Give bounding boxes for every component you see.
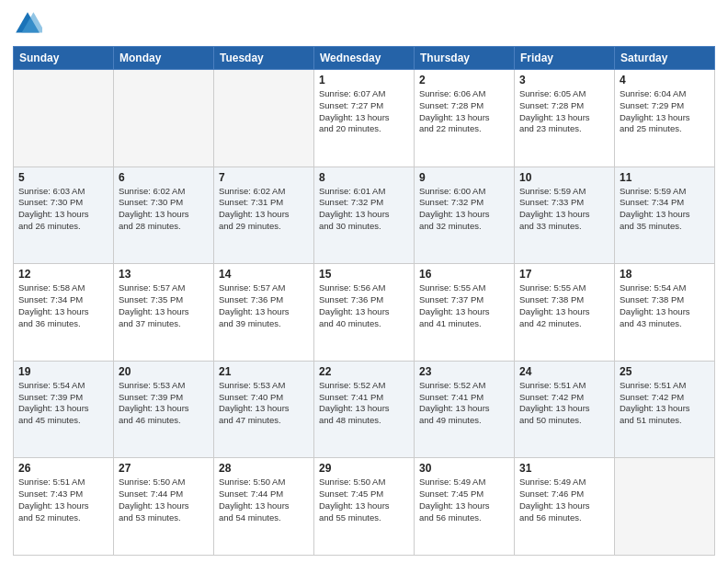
day-number: 7	[219, 171, 309, 184]
day-info: Sunrise: 5:50 AM Sunset: 7:45 PM Dayligh…	[319, 477, 409, 523]
day-number: 9	[419, 171, 509, 184]
day-number: 4	[620, 74, 710, 86]
page: SundayMondayTuesdayWednesdayThursdayFrid…	[0, 0, 728, 563]
calendar-cell: 16Sunrise: 5:55 AM Sunset: 7:37 PM Dayli…	[415, 264, 515, 362]
day-info: Sunrise: 5:53 AM Sunset: 7:39 PM Dayligh…	[119, 380, 209, 427]
day-number: 3	[519, 74, 609, 86]
calendar-cell	[14, 70, 114, 167]
day-number: 30	[419, 462, 509, 475]
day-info: Sunrise: 5:50 AM Sunset: 7:44 PM Dayligh…	[219, 477, 309, 523]
day-info: Sunrise: 5:59 AM Sunset: 7:33 PM Dayligh…	[519, 186, 609, 233]
day-info: Sunrise: 6:04 AM Sunset: 7:29 PM Dayligh…	[620, 88, 710, 135]
calendar-table: SundayMondayTuesdayWednesdayThursdayFrid…	[13, 46, 715, 556]
day-info: Sunrise: 6:01 AM Sunset: 7:32 PM Dayligh…	[319, 186, 409, 233]
day-info: Sunrise: 6:00 AM Sunset: 7:32 PM Dayligh…	[419, 186, 509, 233]
day-info: Sunrise: 6:07 AM Sunset: 7:27 PM Dayligh…	[319, 88, 409, 135]
calendar-cell: 29Sunrise: 5:50 AM Sunset: 7:45 PM Dayli…	[314, 458, 415, 556]
calendar-cell: 11Sunrise: 5:59 AM Sunset: 7:34 PM Dayli…	[615, 167, 715, 264]
weekday-header-saturday: Saturday	[615, 47, 715, 70]
day-number: 27	[119, 462, 209, 475]
calendar-cell: 1Sunrise: 6:07 AM Sunset: 7:27 PM Daylig…	[314, 70, 415, 167]
calendar-cell: 24Sunrise: 5:51 AM Sunset: 7:42 PM Dayli…	[515, 361, 615, 458]
day-info: Sunrise: 5:57 AM Sunset: 7:36 PM Dayligh…	[219, 282, 309, 329]
weekday-header-thursday: Thursday	[415, 47, 515, 70]
day-number: 19	[18, 365, 108, 378]
day-number: 28	[219, 462, 309, 475]
day-number: 14	[219, 268, 309, 281]
calendar-cell: 17Sunrise: 5:55 AM Sunset: 7:38 PM Dayli…	[515, 264, 615, 362]
calendar-cell: 7Sunrise: 6:02 AM Sunset: 7:31 PM Daylig…	[214, 167, 314, 264]
day-info: Sunrise: 5:55 AM Sunset: 7:38 PM Dayligh…	[519, 282, 609, 329]
day-info: Sunrise: 6:05 AM Sunset: 7:28 PM Dayligh…	[519, 88, 609, 135]
day-info: Sunrise: 5:52 AM Sunset: 7:41 PM Dayligh…	[419, 380, 509, 427]
day-info: Sunrise: 6:02 AM Sunset: 7:30 PM Dayligh…	[119, 186, 209, 233]
header	[13, 9, 715, 39]
week-row-3: 12Sunrise: 5:58 AM Sunset: 7:34 PM Dayli…	[14, 264, 715, 362]
calendar-cell: 30Sunrise: 5:49 AM Sunset: 7:45 PM Dayli…	[415, 458, 515, 556]
day-number: 15	[319, 268, 409, 281]
day-info: Sunrise: 5:59 AM Sunset: 7:34 PM Dayligh…	[620, 186, 710, 233]
day-number: 13	[119, 268, 209, 281]
calendar-cell	[114, 70, 214, 167]
calendar-cell	[214, 70, 314, 167]
calendar-cell: 13Sunrise: 5:57 AM Sunset: 7:35 PM Dayli…	[114, 264, 214, 362]
day-number: 21	[219, 365, 309, 378]
calendar-cell: 20Sunrise: 5:53 AM Sunset: 7:39 PM Dayli…	[114, 361, 214, 458]
week-row-2: 5Sunrise: 6:03 AM Sunset: 7:30 PM Daylig…	[14, 167, 715, 264]
weekday-header-sunday: Sunday	[14, 47, 114, 70]
weekday-header-monday: Monday	[114, 47, 214, 70]
day-number: 29	[319, 462, 409, 475]
calendar-cell: 3Sunrise: 6:05 AM Sunset: 7:28 PM Daylig…	[515, 70, 615, 167]
day-number: 24	[519, 365, 609, 378]
day-number: 31	[519, 462, 609, 475]
weekday-header-wednesday: Wednesday	[314, 47, 415, 70]
day-info: Sunrise: 5:56 AM Sunset: 7:36 PM Dayligh…	[319, 282, 409, 329]
logo-icon	[13, 9, 42, 39]
day-info: Sunrise: 5:53 AM Sunset: 7:40 PM Dayligh…	[219, 380, 309, 427]
calendar-cell: 26Sunrise: 5:51 AM Sunset: 7:43 PM Dayli…	[14, 458, 114, 556]
day-number: 8	[319, 171, 409, 184]
calendar-cell: 5Sunrise: 6:03 AM Sunset: 7:30 PM Daylig…	[14, 167, 114, 264]
day-info: Sunrise: 5:49 AM Sunset: 7:45 PM Dayligh…	[419, 477, 509, 523]
day-number: 12	[18, 268, 108, 281]
logo	[13, 9, 46, 39]
day-info: Sunrise: 5:54 AM Sunset: 7:39 PM Dayligh…	[18, 380, 108, 427]
day-number: 1	[319, 74, 409, 86]
weekday-header-friday: Friday	[515, 47, 615, 70]
day-number: 18	[620, 268, 710, 281]
day-info: Sunrise: 6:03 AM Sunset: 7:30 PM Dayligh…	[18, 186, 108, 233]
week-row-5: 26Sunrise: 5:51 AM Sunset: 7:43 PM Dayli…	[14, 458, 715, 556]
day-number: 6	[119, 171, 209, 184]
day-info: Sunrise: 5:54 AM Sunset: 7:38 PM Dayligh…	[620, 282, 710, 329]
calendar-cell: 4Sunrise: 6:04 AM Sunset: 7:29 PM Daylig…	[615, 70, 715, 167]
day-info: Sunrise: 5:51 AM Sunset: 7:43 PM Dayligh…	[18, 477, 108, 523]
calendar-cell: 27Sunrise: 5:50 AM Sunset: 7:44 PM Dayli…	[114, 458, 214, 556]
calendar-cell: 14Sunrise: 5:57 AM Sunset: 7:36 PM Dayli…	[214, 264, 314, 362]
day-number: 23	[419, 365, 509, 378]
week-row-4: 19Sunrise: 5:54 AM Sunset: 7:39 PM Dayli…	[14, 361, 715, 458]
calendar-cell: 31Sunrise: 5:49 AM Sunset: 7:46 PM Dayli…	[515, 458, 615, 556]
calendar-cell: 19Sunrise: 5:54 AM Sunset: 7:39 PM Dayli…	[14, 361, 114, 458]
calendar-cell: 23Sunrise: 5:52 AM Sunset: 7:41 PM Dayli…	[415, 361, 515, 458]
day-info: Sunrise: 5:51 AM Sunset: 7:42 PM Dayligh…	[519, 380, 609, 427]
calendar-cell: 28Sunrise: 5:50 AM Sunset: 7:44 PM Dayli…	[214, 458, 314, 556]
day-info: Sunrise: 5:52 AM Sunset: 7:41 PM Dayligh…	[319, 380, 409, 427]
calendar-cell: 8Sunrise: 6:01 AM Sunset: 7:32 PM Daylig…	[314, 167, 415, 264]
day-number: 5	[18, 171, 108, 184]
day-number: 25	[620, 365, 710, 378]
week-row-1: 1Sunrise: 6:07 AM Sunset: 7:27 PM Daylig…	[14, 70, 715, 167]
day-number: 20	[119, 365, 209, 378]
day-info: Sunrise: 5:51 AM Sunset: 7:42 PM Dayligh…	[620, 380, 710, 427]
calendar-cell	[615, 458, 715, 556]
calendar-cell: 22Sunrise: 5:52 AM Sunset: 7:41 PM Dayli…	[314, 361, 415, 458]
day-number: 10	[519, 171, 609, 184]
weekday-header-tuesday: Tuesday	[214, 47, 314, 70]
day-number: 22	[319, 365, 409, 378]
calendar-cell: 9Sunrise: 6:00 AM Sunset: 7:32 PM Daylig…	[415, 167, 515, 264]
calendar-cell: 18Sunrise: 5:54 AM Sunset: 7:38 PM Dayli…	[615, 264, 715, 362]
calendar-cell: 12Sunrise: 5:58 AM Sunset: 7:34 PM Dayli…	[14, 264, 114, 362]
day-number: 11	[620, 171, 710, 184]
day-info: Sunrise: 6:06 AM Sunset: 7:28 PM Dayligh…	[419, 88, 509, 135]
day-info: Sunrise: 5:49 AM Sunset: 7:46 PM Dayligh…	[519, 477, 609, 523]
day-info: Sunrise: 5:57 AM Sunset: 7:35 PM Dayligh…	[119, 282, 209, 329]
